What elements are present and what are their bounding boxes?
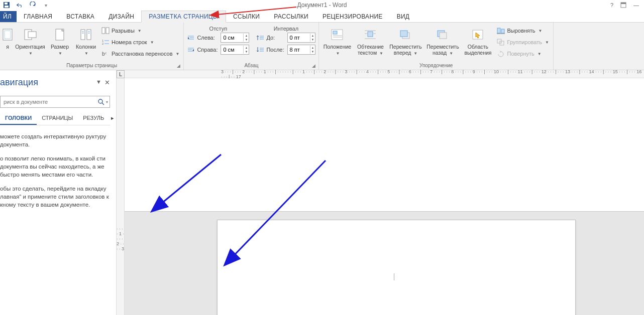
tab-home[interactable]: ГЛАВНАЯ	[17, 11, 59, 22]
spacing-after-icon	[256, 47, 264, 53]
svg-rect-17	[106, 28, 109, 34]
qat-customize-icon[interactable]: ▾	[42, 2, 49, 9]
svg-point-54	[98, 99, 102, 103]
group-objects-button[interactable]: Группировать▼	[496, 37, 550, 47]
navigation-pane: авигация ▼ ✕ ▾ ГОЛОВКИ СТРАНИЦЫ РЕЗУЛЬ ▸…	[0, 70, 117, 315]
document-area: L 3 · · · | · · · 2 · · · | · · · 1 · · …	[117, 70, 644, 315]
indent-left-icon	[187, 35, 195, 41]
text-cursor	[394, 273, 394, 280]
group-page-setup: я Ориентация▼ Размер▼ Колонки▼ Разрывы▼	[0, 23, 184, 70]
indent-right-spinner[interactable]: ▲▼	[221, 45, 249, 55]
svg-rect-36	[333, 31, 337, 34]
tab-file[interactable]: йл	[0, 11, 17, 22]
align-icon	[497, 27, 505, 35]
hyphenation-icon: bᶜ	[101, 50, 110, 58]
selection-pane-button[interactable]: Областьвыделения	[463, 26, 493, 57]
document-page[interactable]	[217, 220, 576, 315]
tab-view[interactable]: ВИД	[390, 11, 417, 22]
hyphenation-button[interactable]: bᶜ Расстановка переносов▼	[100, 49, 180, 59]
margins-button[interactable]: я	[3, 26, 12, 51]
svg-rect-1	[5, 3, 8, 5]
svg-rect-39	[368, 32, 373, 37]
svg-rect-49	[497, 28, 500, 33]
tab-mailings[interactable]: РАССЫЛКИ	[267, 11, 315, 22]
indent-right-input[interactable]	[221, 47, 243, 53]
paragraph-launcher-icon[interactable]: ◢	[310, 63, 316, 69]
navigation-hint: можете создать интерактивную руктуру док…	[0, 125, 112, 209]
tab-insert[interactable]: ВСТАВКА	[59, 11, 101, 22]
svg-text:bᶜ: bᶜ	[102, 51, 107, 57]
document-title: Документ1 - Word	[297, 2, 347, 9]
nav-tab-pages[interactable]: СТРАНИЦЫ	[37, 112, 78, 125]
help-icon[interactable]: ?	[610, 2, 613, 8]
svg-rect-2	[5, 6, 9, 8]
spacing-before-icon	[256, 35, 264, 41]
svg-rect-47	[440, 33, 447, 39]
nav-close-icon[interactable]: ✕	[104, 79, 110, 86]
tab-review[interactable]: РЕЦЕНЗИРОВАНИЕ	[315, 11, 390, 22]
navigation-tabs: ГОЛОВКИ СТРАНИЦЫ РЕЗУЛЬ ▸	[0, 112, 110, 125]
svg-line-55	[102, 103, 104, 105]
line-numbers-icon: 12	[101, 38, 110, 46]
minimize-icon[interactable]: —	[633, 2, 639, 8]
ribbon: я Ориентация▼ Размер▼ Колонки▼ Разрывы▼	[0, 22, 644, 70]
tab-design[interactable]: ДИЗАЙН	[101, 11, 141, 22]
breaks-button[interactable]: Разрывы▼	[100, 26, 180, 36]
quick-access-toolbar: ▾	[0, 2, 49, 9]
undo-icon[interactable]	[16, 2, 23, 9]
tab-page-layout[interactable]: РАЗМЕТКА СТРАНИЦЫ	[141, 11, 226, 23]
indent-left-input[interactable]	[221, 35, 243, 41]
svg-rect-4	[621, 3, 626, 4]
ribbon-display-icon[interactable]	[620, 2, 626, 8]
save-icon[interactable]	[3, 2, 10, 9]
spacing-after-spinner[interactable]: ▲▼	[287, 45, 316, 55]
indent-title: Отступ	[187, 26, 249, 32]
navigation-title: авигация	[0, 77, 38, 88]
indent-right-icon	[187, 47, 195, 53]
navigation-search[interactable]: ▾	[0, 96, 110, 108]
spacing-after-input[interactable]	[288, 47, 310, 53]
ribbon-tabs: йл ГЛАВНАЯ ВСТАВКА ДИЗАЙН РАЗМЕТКА СТРАН…	[0, 10, 644, 22]
svg-rect-11	[87, 30, 91, 40]
position-button[interactable]: Положение▼	[322, 26, 352, 58]
svg-rect-50	[501, 29, 504, 33]
group-arrange: Положение▼ Обтекание текстом ▼ Перемести…	[319, 23, 553, 70]
nav-tab-headings[interactable]: ГОЛОВКИ	[0, 112, 37, 125]
align-button[interactable]: Выровнять▼	[496, 26, 550, 36]
page-setup-launcher-icon[interactable]: ◢	[175, 63, 181, 69]
bring-forward-button[interactable]: Переместить вперед ▼	[388, 26, 422, 58]
rotate-button[interactable]: Повернуть▼	[496, 49, 550, 59]
nav-dropdown-icon[interactable]: ▼	[96, 79, 101, 86]
svg-rect-10	[81, 30, 85, 40]
spacing-before-input[interactable]	[288, 35, 310, 41]
svg-rect-8	[28, 32, 36, 38]
send-backward-button[interactable]: Переместить назад ▼	[425, 26, 460, 58]
svg-rect-16	[102, 28, 105, 34]
search-icon[interactable]: ▾	[95, 98, 110, 105]
tab-selector-icon[interactable]: L	[117, 70, 125, 78]
wrap-text-button[interactable]: Обтекание текстом ▼	[355, 26, 385, 58]
indent-left-spinner[interactable]: ▲▼	[221, 33, 249, 43]
line-numbers-button[interactable]: 12 Номера строк▼	[100, 37, 180, 47]
group-icon	[497, 38, 505, 46]
spacing-title: Интервал	[256, 26, 315, 32]
above-page-area	[125, 78, 644, 212]
rotate-icon	[497, 50, 505, 58]
orientation-button[interactable]: Ориентация▼	[15, 26, 45, 58]
search-input[interactable]	[1, 99, 95, 105]
svg-text:2: 2	[102, 42, 104, 45]
breaks-icon	[101, 27, 110, 35]
vertical-ruler[interactable]: · · · · 1 · · · · 2 · · · · 3	[117, 78, 125, 315]
spacing-before-spinner[interactable]: ▲▼	[287, 33, 316, 43]
columns-button[interactable]: Колонки▼	[74, 26, 97, 58]
svg-rect-45	[400, 31, 407, 37]
title-bar: ▾ Документ1 - Word ? —	[0, 0, 644, 10]
nav-tab-scroll-icon[interactable]: ▸	[109, 112, 116, 125]
redo-icon[interactable]	[29, 2, 36, 9]
horizontal-ruler[interactable]: 3 · · · | · · · 2 · · · | · · · 1 · · · …	[125, 70, 644, 78]
size-button[interactable]: Размер▼	[48, 26, 71, 58]
nav-tab-results[interactable]: РЕЗУЛЬ	[78, 112, 109, 125]
group-paragraph: Отступ Слева: ▲▼ Справа: ▲▼ Интервал До:…	[184, 23, 319, 70]
tab-references[interactable]: ССЫЛКИ	[226, 11, 267, 22]
